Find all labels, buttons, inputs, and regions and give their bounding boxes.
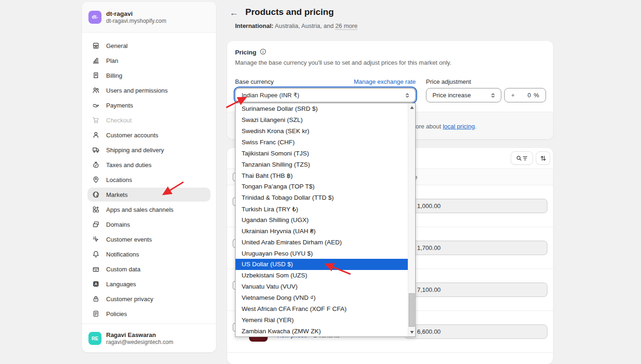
market-label: International: [235, 22, 273, 29]
sidebar-item-locations[interactable]: Locations [88, 173, 210, 187]
search-filter-button[interactable] [511, 151, 533, 165]
sidebar-item-label: Checkout [106, 117, 132, 124]
store-name: dt-ragavi [106, 10, 166, 18]
sidebar-item-label: Markets [106, 191, 128, 198]
market-countries: Australia, Austria, and [273, 22, 335, 29]
sidebar-item-label: Users and permissions [106, 87, 168, 94]
currency-option-united-arab-emirates-dirham-aed[interactable]: United Arab Emirates Dirham (AED) [236, 236, 408, 248]
sidebar-item-domains[interactable]: Domains [88, 217, 210, 231]
data-icon [92, 265, 100, 273]
base-currency-select[interactable]: Indian Rupee (INR ₹) [235, 88, 416, 102]
price-input[interactable]: 1,000.00 [404, 199, 547, 213]
sidebar-item-label: Shipping and delivery [106, 147, 164, 154]
sidebar-item-label: Customer accounts [106, 132, 158, 139]
currency-option-uzbekistani-som-uzs[interactable]: Uzbekistani Som (UZS) [236, 270, 408, 281]
sidebar-item-label: Domains [106, 221, 130, 228]
user-name: Ragavi Easwaran [106, 331, 173, 339]
scrollbar-thumb[interactable] [409, 293, 415, 327]
currency-option-swiss-franc-chf[interactable]: Swiss Franc (CHF) [236, 137, 408, 148]
back-arrow-icon[interactable]: ← [229, 8, 238, 18]
currency-option-vietnamese-dong-vnd[interactable]: Vietnamese Dong (VND ₫) [236, 292, 408, 303]
dropdown-scrollbar[interactable] [408, 103, 415, 337]
currency-option-turkish-lira-try[interactable]: Turkish Lira (TRY ₺) [236, 203, 408, 215]
search-filter-icon [515, 155, 529, 162]
sidebar-item-apps-and-sales-channels[interactable]: Apps and sales channels [88, 202, 210, 216]
currency-option-vanuatu-vatu-vuv[interactable]: Vanuatu Vatu (VUV) [236, 281, 408, 292]
sort-icon [540, 155, 547, 162]
currency-option-west-african-cfa-franc-xof-f-cfa[interactable]: West African CFA Franc (XOF F CFA) [236, 303, 408, 314]
adjustment-percent-input[interactable]: + 0 % [504, 88, 546, 102]
user-section[interactable]: RE Ragavi Easwaran ragavi@wedesigntech.c… [82, 324, 216, 352]
policy-icon [92, 310, 100, 318]
currency-option-tanzanian-shilling-tzs[interactable]: Tanzanian Shilling (TZS) [236, 159, 408, 170]
price-value: 7,100.00 [417, 286, 441, 293]
sidebar-item-custom-data[interactable]: Custom data [88, 262, 210, 276]
settings-page: dt- dt-ragavi dt-ragavi.myshopify.com Ge… [0, 0, 641, 364]
price-value: 1,000.00 [417, 202, 441, 209]
sidebar-item-shipping-and-delivery[interactable]: Shipping and delivery [88, 143, 210, 157]
tax-icon [92, 161, 100, 169]
globe-icon: $ [92, 191, 100, 199]
sidebar-item-markets[interactable]: $Markets [88, 188, 210, 202]
billing-icon [92, 72, 100, 80]
store-header[interactable]: dt- dt-ragavi dt-ragavi.myshopify.com [82, 2, 216, 33]
store-domain: dt-ragavi.myshopify.com [106, 18, 166, 25]
base-currency-value: Indian Rupee (INR ₹) [242, 92, 299, 99]
currency-option-ugandan-shilling-ugx[interactable]: Ugandan Shilling (UGX) [236, 215, 408, 226]
currency-option-yemeni-rial-yer[interactable]: Yemeni Rial (YER) [236, 314, 408, 325]
svg-text:A: A [94, 282, 97, 286]
users-icon [92, 87, 100, 94]
market-subtitle: International: Australia, Austria, and 2… [235, 22, 358, 29]
sidebar-item-label: Apps and sales channels [106, 206, 174, 213]
currency-option-zambian-kwacha-zmw-zk[interactable]: Zambian Kwacha (ZMW ZK) [236, 325, 408, 337]
scroll-up-icon[interactable] [408, 103, 415, 112]
adjustment-type-select[interactable]: Price increase [426, 88, 501, 102]
pricing-card-title: Pricing [235, 48, 267, 57]
currency-option-us-dollar-usd[interactable]: US Dollar (USD $) [236, 259, 408, 270]
sidebar-item-general[interactable]: General [88, 39, 210, 53]
currency-option-ukrainian-hryvnia-uah[interactable]: Ukrainian Hryvnia (UAH ₴) [236, 225, 408, 236]
user-email: ragavi@wedesigntech.com [106, 339, 173, 346]
manage-exchange-rate-link[interactable]: Manage exchange rate [354, 78, 416, 85]
price-input[interactable]: 6,600.00 [404, 324, 547, 339]
sidebar-item-label: Customer privacy [106, 296, 153, 303]
sidebar-item-payments[interactable]: Payments [88, 98, 210, 112]
currency-option-tongan-pa-anga-top-t[interactable]: Tongan Pa’anga (TOP T$) [236, 181, 408, 192]
currency-option-uruguayan-peso-uyu[interactable]: Uruguayan Peso (UYU $) [236, 248, 408, 259]
local-pricing-link[interactable]: local pricing [443, 123, 475, 130]
currency-option-thai-baht-thb[interactable]: Thai Baht (THB ฿) [236, 170, 408, 181]
settings-sidebar: dt- dt-ragavi dt-ragavi.myshopify.com Ge… [82, 2, 216, 352]
pricing-description: Manage the base currency you'll use to s… [235, 59, 452, 66]
sidebar-item-customer-events[interactable]: Customer events [88, 232, 210, 246]
payments-icon [92, 101, 100, 109]
sidebar-item-users-and-permissions[interactable]: Users and permissions [88, 83, 210, 97]
sidebar-item-plan[interactable]: Plan [88, 54, 210, 67]
adjustment-sign: + [511, 92, 515, 99]
currency-option-swazi-lilangeni-szl[interactable]: Swazi Lilangeni (SZL) [236, 115, 408, 126]
sidebar-item-customer-privacy[interactable]: Customer privacy [88, 292, 210, 306]
currency-option-surinamese-dollar-srd[interactable]: Surinamese Dollar (SRD $) [236, 103, 408, 115]
sort-button[interactable] [536, 151, 550, 165]
page-title: Products and pricing [245, 7, 334, 17]
more-countries-link[interactable]: 26 more [335, 22, 358, 29]
currency-option-trinidad-tobago-dollar-ttd[interactable]: Trinidad & Tobago Dollar (TTD $) [236, 192, 408, 203]
store-icon [92, 42, 100, 50]
truck-icon [92, 146, 100, 154]
price-input[interactable]: 7,100.00 [404, 283, 547, 297]
sidebar-item-customer-accounts[interactable]: Customer accounts [88, 128, 210, 142]
sidebar-item-policies[interactable]: Policies [88, 307, 210, 321]
price-input[interactable]: 1,700.00 [404, 241, 547, 255]
scroll-down-icon[interactable] [408, 328, 415, 337]
cart-icon [92, 116, 100, 124]
sidebar-item-label: Payments [106, 102, 133, 109]
info-icon[interactable] [259, 48, 267, 57]
sidebar-item-languages[interactable]: ALanguages [88, 277, 210, 291]
pin-icon [92, 176, 100, 184]
sidebar-item-notifications[interactable]: Notifications [88, 247, 210, 261]
currency-option-tajikistani-somoni-tjs[interactable]: Tajikistani Somoni (TJS) [236, 148, 408, 159]
sidebar-item-billing[interactable]: Billing [88, 68, 210, 82]
domains-icon [92, 221, 100, 229]
sidebar-item-taxes-and-duties[interactable]: Taxes and duties [88, 158, 210, 172]
currency-option-swedish-krona-sek-kr[interactable]: Swedish Krona (SEK kr) [236, 126, 408, 137]
plan-icon [92, 57, 100, 65]
